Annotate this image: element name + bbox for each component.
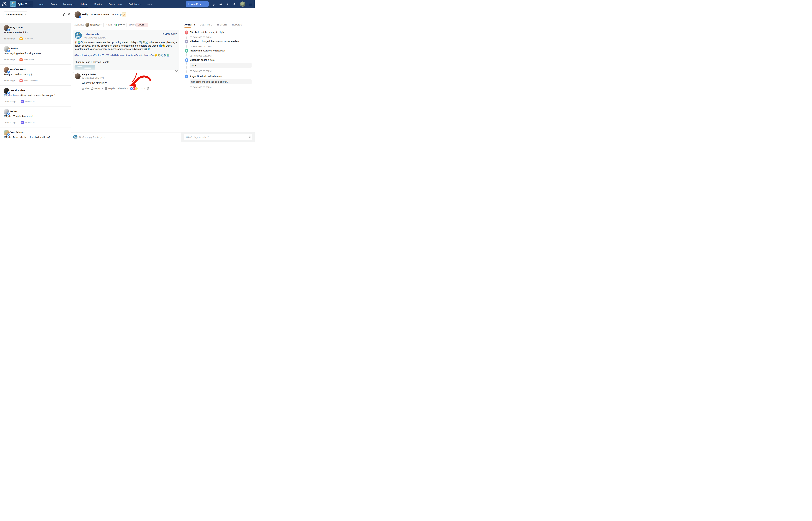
apps-grid-icon[interactable] [249, 2, 252, 6]
new-post-dropdown[interactable] [203, 1, 209, 7]
reaction-summary[interactable]: ♥ 1.2k [130, 87, 143, 90]
notifications-bell-icon[interactable] [219, 2, 223, 6]
interaction-meta: 12 hours ago @ MENTION [4, 120, 35, 124]
nav-item-collaborate[interactable]: Collaborate [129, 0, 141, 8]
assignee-avatar [85, 23, 89, 27]
settings-gear-icon[interactable] [226, 2, 230, 6]
collapse-post-chevron-icon[interactable] [175, 70, 178, 73]
like-button[interactable]: Like [82, 87, 89, 90]
list-item-haily-clarke[interactable]: f Haily Clarke Where’s the offer link? 3… [0, 23, 71, 44]
avatar: f [4, 88, 9, 94]
interaction-title: Haily Clarke commented on your post [82, 13, 125, 16]
list-item-serafina-fresh[interactable]: f Serafina Fresh Really excited for the … [0, 65, 71, 86]
timestamp: 4 hours ago [4, 59, 15, 61]
list-item-charles[interactable]: f Charles Any Ongoing offers for Singapo… [0, 44, 71, 65]
interaction-preview: Any Ongoing offers for Singapore? [4, 52, 69, 55]
note-input[interactable] [186, 135, 245, 139]
user-avatar[interactable] [240, 1, 245, 7]
facebook-post-card: Zylker Travels f zylkertravels 05 May 20… [73, 30, 179, 73]
assignee-dropdown-chevron-icon[interactable] [100, 24, 102, 25]
status-activity-icon: ••• [185, 40, 188, 43]
nav-item-messages[interactable]: Messages [63, 0, 74, 8]
emoji-smiley-icon[interactable] [248, 135, 251, 138]
comment-author: Haily Clarke [82, 73, 96, 76]
zylker-travels-avatar: Zylker Travels f [75, 32, 82, 39]
brand-selector[interactable]: Zylker Travels Zylker T... [10, 1, 33, 7]
activity-timestamp: 05 Feb 2026 06:34PM [190, 36, 211, 39]
reply-input[interactable] [79, 135, 177, 139]
interaction-preview: Where’s the offer link? [4, 31, 69, 34]
post-image-thumbnail[interactable] [74, 65, 95, 70]
activity-entry: Angel Nowinski added a note [190, 75, 252, 77]
nav-item-inbox[interactable]: Inbox [81, 0, 87, 8]
interaction-type: COMMENT [24, 38, 35, 40]
list-item-cruz-evison[interactable]: f Cruz Evison @ZylkerTravels Is the refe… [0, 128, 71, 141]
nav-item-monitor[interactable]: Monitor [94, 0, 102, 8]
contact-name: Cruz Evison [9, 131, 24, 134]
new-post-button[interactable]: New Post [186, 3, 203, 5]
tab-history[interactable]: HISTORY [217, 24, 227, 26]
ad-comment-badge-icon [20, 79, 23, 82]
post-timestamp: 05 May 2025 12:34PM [85, 37, 107, 39]
assignee-name: Elizabeth [90, 23, 100, 26]
list-item-leo-victorian[interactable]: f Leo Victorian @ZylkerTravels How can I… [0, 86, 71, 107]
view-post-link[interactable]: VIEW POST [161, 33, 177, 36]
filter-funnel-icon[interactable] [62, 13, 65, 16]
brand-name: Zylker T... [18, 3, 28, 5]
timestamp: 12 hours ago [4, 100, 16, 103]
nav-item-connections[interactable]: Connections [109, 0, 122, 8]
tab-activity[interactable]: ACTIVITY [184, 24, 195, 26]
activity-entry: Elizabeth set the priority to High [190, 31, 252, 33]
activity-timestamp: 05 Feb 2026 08:00PM [190, 70, 211, 72]
delete-trash-icon[interactable] [147, 87, 150, 90]
tab-replies[interactable]: REPLIES [232, 24, 242, 26]
mention-badge-icon: @ [21, 100, 24, 103]
avatar: f [74, 12, 81, 18]
activity-entry: Elizabeth added a note [190, 59, 252, 61]
contact-name: Leo Victorian [9, 89, 25, 92]
contact-name: Serafina Fresh [9, 68, 26, 71]
top-navbar: Zylker Travels Zylker T... Home Posts Me… [0, 0, 255, 8]
panel-tabs: ACTIVITY USER INFO HISTORY REPLIES [184, 24, 242, 26]
contact-name: Charles [9, 47, 18, 50]
nav-item-home[interactable]: Home [38, 0, 44, 8]
mention-badge-icon: @ [21, 121, 24, 124]
post-author[interactable]: zylkertravels [85, 33, 99, 36]
post-body-text: 🎉🌍✈️ It’s time to celebrate the upcoming… [74, 41, 178, 51]
avatar: f [4, 25, 9, 31]
interaction-preview: @ZylkerTravels How can I redeem this cou… [4, 94, 69, 97]
more-menu-icon[interactable] [148, 0, 152, 8]
note-activity-icon [185, 75, 188, 78]
interactions-sidebar: All Interactions f Haily Clarke Where’s … [0, 8, 71, 141]
interaction-detail-panel: f Haily Clarke commented on your post + … [71, 8, 181, 141]
interaction-meta: 12 hours ago @ MENTION [4, 99, 35, 104]
post-hashtags[interactable]: #TravelHolidays #ExploreTheWorld #Advent… [74, 54, 178, 56]
interaction-meta: 8 hours ago AD COMMENT [4, 78, 38, 83]
filter-label: All Interactions [6, 13, 23, 16]
activity-entry: Elizabeth changed the status to Under Re… [190, 40, 252, 43]
zoho-social-logo-icon[interactable] [2, 2, 7, 6]
sentiment-neutral-icon[interactable] [122, 12, 126, 17]
announcement-megaphone-icon[interactable] [233, 2, 236, 6]
note-composer-bar [181, 132, 255, 141]
facebook-badge-icon: f [78, 16, 82, 19]
activity-timestamp: 05 Feb 2026 07:30PM [190, 54, 211, 57]
list-item-archer[interactable]: f Archer @Zylker Travels Awesome! 12 hou… [0, 107, 71, 128]
comment-text: Where’s the offer link? [82, 82, 107, 85]
activity-list-icon[interactable] [212, 2, 216, 6]
activity-timestamp: 05 Feb 2026 07:00PM [190, 45, 211, 48]
status-open-dropdown[interactable]: OPEN [136, 23, 148, 27]
close-icon[interactable] [67, 13, 70, 16]
contact-name: Archer [9, 110, 17, 113]
reply-button[interactable]: Reply [91, 87, 100, 90]
tab-user-info[interactable]: USER INFO [200, 24, 212, 26]
interaction-preview: @ZylkerTravels Is the referral offer sti… [4, 136, 69, 138]
priority-dropdown-chevron-icon[interactable] [123, 24, 125, 25]
note-content: Can someone take this as a priority? [190, 79, 252, 84]
priority-activity-icon: ! [185, 30, 188, 34]
note-activity-icon [185, 58, 188, 62]
interactions-filter-dropdown[interactable]: All Interactions [4, 12, 28, 17]
svg-text:Travels: Travels [74, 138, 77, 139]
nav-item-posts[interactable]: Posts [51, 0, 57, 8]
status-value: OPEN [138, 24, 144, 26]
